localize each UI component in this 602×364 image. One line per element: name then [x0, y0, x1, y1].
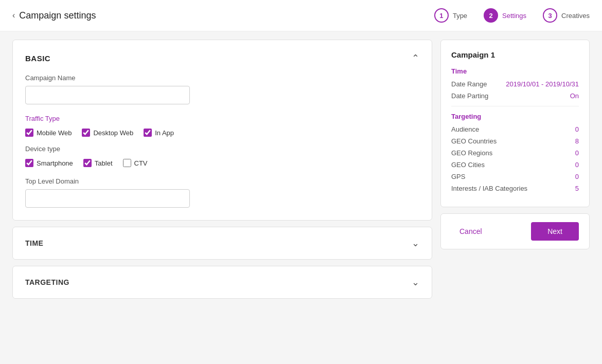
cancel-button[interactable]: Cancel [451, 223, 490, 240]
summary-geo-regions-value: 0 [575, 149, 579, 157]
time-expand-icon[interactable]: ⌄ [412, 238, 419, 249]
targeting-expand-icon[interactable]: ⌄ [412, 277, 419, 288]
smartphone-checkbox-item: Smartphone [25, 159, 73, 167]
summary-geo-cities-label: GEO Cities [451, 161, 485, 169]
actions-card: Cancel Next [440, 213, 590, 249]
ctv-checkbox[interactable] [123, 159, 131, 167]
summary-date-parting-label: Date Parting [451, 92, 488, 100]
traffic-type-group: Mobile Web Desktop Web In App [25, 129, 419, 137]
summary-geo-regions-row: GEO Regions 0 [451, 149, 579, 157]
mobile-web-checkbox-item: Mobile Web [25, 129, 72, 137]
summary-geo-countries-value: 8 [575, 137, 579, 145]
summary-time-title: Time [451, 67, 579, 75]
next-button[interactable]: Next [531, 222, 579, 241]
traffic-type-label: Traffic Type [25, 115, 419, 122]
top-level-domain-input[interactable] [25, 189, 190, 208]
summary-date-range-row: Date Range 2019/10/01 - 2019/10/31 [451, 80, 579, 88]
summary-geo-regions-label: GEO Regions [451, 149, 492, 157]
device-type-group: Smartphone Tablet CTV [25, 159, 419, 167]
summary-iab-value: 5 [575, 185, 579, 192]
step-1-circle: 1 [434, 8, 449, 23]
smartphone-label: Smartphone [37, 159, 73, 167]
step-2[interactable]: 2 Settings [484, 8, 526, 23]
summary-iab-label: Interests / IAB Categories [451, 185, 527, 192]
summary-divider [451, 106, 579, 106]
basic-section-title: BASIC [25, 54, 50, 63]
summary-audience-value: 0 [575, 125, 579, 133]
header-left: ‹ Campaign settings [12, 10, 96, 21]
step-1[interactable]: 1 Type [434, 8, 467, 23]
ctv-label: CTV [134, 159, 148, 167]
step-3-label: Creatives [561, 12, 590, 20]
summary-geo-countries-row: GEO Countries 8 [451, 137, 579, 145]
top-level-domain-label: Top Level Domain [25, 177, 419, 185]
left-panel: BASIC ⌃ Campaign Name Traffic Type Mobil… [12, 40, 440, 354]
main-content: BASIC ⌃ Campaign Name Traffic Type Mobil… [0, 31, 602, 362]
right-panel: Campaign 1 Time Date Range 2019/10/01 - … [440, 40, 590, 354]
summary-gps-row: GPS 0 [451, 173, 579, 180]
mobile-web-label: Mobile Web [37, 129, 72, 137]
summary-geo-cities-row: GEO Cities 0 [451, 161, 579, 169]
back-button[interactable]: ‹ [12, 11, 15, 20]
summary-audience-label: Audience [451, 125, 479, 133]
desktop-web-checkbox-item: Desktop Web [82, 129, 133, 137]
page-header: ‹ Campaign settings 1 Type 2 Settings 3 … [0, 0, 602, 31]
smartphone-checkbox[interactable] [25, 159, 33, 167]
basic-section-header: BASIC ⌃ [25, 52, 419, 64]
step-3[interactable]: 3 Creatives [543, 8, 590, 23]
in-app-checkbox[interactable] [144, 129, 152, 137]
campaign-name-label: Campaign Name [25, 74, 419, 82]
step-2-label: Settings [502, 12, 526, 20]
targeting-section-card: TARGETING ⌄ [12, 266, 432, 299]
summary-card: Campaign 1 Time Date Range 2019/10/01 - … [440, 40, 590, 207]
mobile-web-checkbox[interactable] [25, 129, 33, 137]
summary-targeting-title: Targeting [451, 113, 579, 120]
time-section-card: TIME ⌄ [12, 227, 432, 260]
basic-collapse-icon[interactable]: ⌃ [412, 52, 419, 64]
tablet-checkbox[interactable] [83, 159, 92, 167]
summary-date-parting-row: Date Parting On [451, 92, 579, 100]
summary-date-parting-value: On [570, 92, 579, 100]
summary-date-range-value: 2019/10/01 - 2019/10/31 [506, 80, 579, 88]
desktop-web-checkbox[interactable] [82, 129, 90, 137]
steps-nav: 1 Type 2 Settings 3 Creatives [434, 8, 590, 23]
summary-geo-cities-value: 0 [575, 161, 579, 169]
basic-section-card: BASIC ⌃ Campaign Name Traffic Type Mobil… [12, 40, 432, 221]
in-app-checkbox-item: In App [144, 129, 174, 137]
summary-gps-value: 0 [575, 173, 579, 180]
device-type-label: Device type [25, 145, 419, 153]
step-1-label: Type [453, 12, 467, 20]
desktop-web-label: Desktop Web [93, 129, 133, 137]
tablet-checkbox-item: Tablet [83, 159, 113, 167]
targeting-section-title: TARGETING [25, 278, 69, 286]
in-app-label: In App [155, 129, 174, 137]
page-title: Campaign settings [19, 10, 96, 21]
time-section-title: TIME [25, 239, 43, 247]
summary-geo-countries-label: GEO Countries [451, 137, 497, 145]
ctv-checkbox-item: CTV [123, 159, 148, 167]
summary-campaign-name: Campaign 1 [451, 50, 579, 59]
summary-iab-row: Interests / IAB Categories 5 [451, 185, 579, 192]
summary-gps-label: GPS [451, 173, 465, 180]
step-3-circle: 3 [543, 8, 557, 23]
step-2-circle: 2 [484, 8, 498, 23]
tablet-label: Tablet [95, 159, 113, 167]
campaign-name-input[interactable] [25, 86, 190, 104]
summary-audience-row: Audience 0 [451, 125, 579, 133]
summary-date-range-label: Date Range [451, 80, 487, 88]
